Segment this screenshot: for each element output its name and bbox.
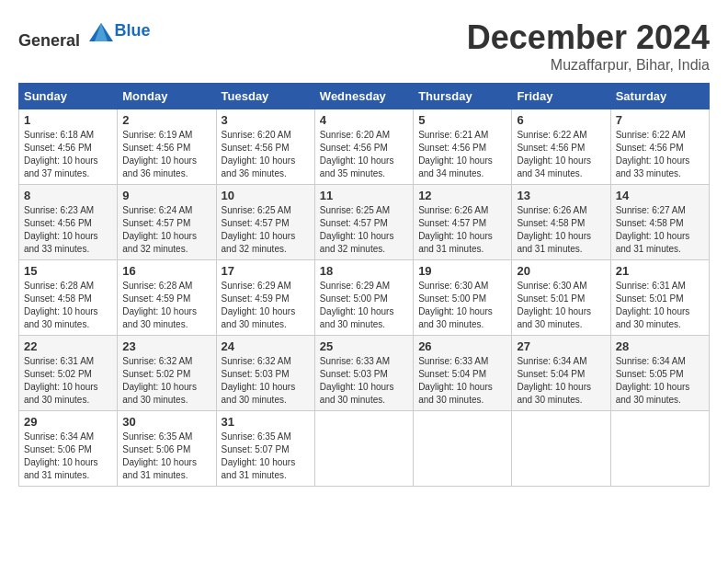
day-detail: Sunrise: 6:30 AMSunset: 5:01 PMDaylight:… (517, 281, 591, 329)
col-monday: Monday (118, 84, 216, 109)
col-thursday: Thursday (414, 84, 512, 109)
calendar-cell: 2 Sunrise: 6:19 AMSunset: 4:56 PMDayligh… (118, 109, 216, 185)
day-detail: Sunrise: 6:27 AMSunset: 4:58 PMDaylight:… (616, 205, 690, 254)
col-saturday: Saturday (610, 84, 709, 109)
calendar-cell: 14 Sunrise: 6:27 AMSunset: 4:58 PMDaylig… (610, 185, 709, 260)
calendar-week-row: 22 Sunrise: 6:31 AMSunset: 5:02 PMDaylig… (19, 336, 710, 411)
calendar-cell: 10 Sunrise: 6:25 AMSunset: 4:57 PMDaylig… (216, 185, 314, 260)
day-detail: Sunrise: 6:31 AMSunset: 5:01 PMDaylight:… (616, 281, 690, 329)
day-number: 24 (222, 339, 310, 353)
calendar-cell (610, 411, 709, 487)
day-number: 31 (222, 415, 310, 429)
day-number: 22 (24, 339, 112, 353)
day-number: 15 (24, 264, 112, 278)
day-detail: Sunrise: 6:25 AMSunset: 4:57 PMDaylight:… (320, 205, 394, 254)
day-number: 28 (616, 339, 704, 353)
logo-text-blue: Blue (115, 21, 151, 40)
calendar-cell: 13 Sunrise: 6:26 AMSunset: 4:58 PMDaylig… (512, 185, 610, 260)
calendar-cell: 25 Sunrise: 6:33 AMSunset: 5:03 PMDaylig… (314, 336, 413, 411)
logo-text-general: General (18, 31, 80, 50)
calendar-cell: 23 Sunrise: 6:32 AMSunset: 5:02 PMDaylig… (118, 336, 216, 411)
calendar-cell: 30 Sunrise: 6:35 AMSunset: 5:06 PMDaylig… (118, 411, 216, 487)
day-detail: Sunrise: 6:21 AMSunset: 4:56 PMDaylight:… (418, 130, 493, 178)
calendar-cell: 9 Sunrise: 6:24 AMSunset: 4:57 PMDayligh… (118, 185, 216, 260)
day-detail: Sunrise: 6:19 AMSunset: 4:56 PMDaylight:… (122, 130, 197, 178)
day-number: 26 (418, 339, 506, 353)
day-number: 29 (24, 415, 112, 429)
day-detail: Sunrise: 6:34 AMSunset: 5:05 PMDaylight:… (616, 356, 690, 405)
day-number: 16 (122, 264, 210, 278)
calendar-cell: 16 Sunrise: 6:28 AMSunset: 4:59 PMDaylig… (118, 260, 216, 336)
calendar-header-row: Sunday Monday Tuesday Wednesday Thursday… (19, 84, 710, 109)
calendar-cell: 22 Sunrise: 6:31 AMSunset: 5:02 PMDaylig… (19, 336, 118, 411)
calendar-cell: 19 Sunrise: 6:30 AMSunset: 5:00 PMDaylig… (414, 260, 512, 336)
day-detail: Sunrise: 6:32 AMSunset: 5:02 PMDaylight:… (122, 356, 197, 405)
day-number: 30 (122, 415, 210, 429)
day-detail: Sunrise: 6:35 AMSunset: 5:07 PMDaylight:… (222, 431, 296, 480)
day-detail: Sunrise: 6:33 AMSunset: 5:04 PMDaylight:… (418, 356, 493, 405)
calendar-week-row: 8 Sunrise: 6:23 AMSunset: 4:56 PMDayligh… (19, 185, 710, 260)
day-detail: Sunrise: 6:22 AMSunset: 4:56 PMDaylight:… (616, 130, 690, 178)
day-number: 23 (122, 339, 210, 353)
day-number: 9 (122, 189, 210, 202)
calendar-cell (314, 411, 413, 487)
day-detail: Sunrise: 6:33 AMSunset: 5:03 PMDaylight:… (320, 356, 394, 405)
day-number: 11 (320, 189, 408, 202)
calendar-cell: 8 Sunrise: 6:23 AMSunset: 4:56 PMDayligh… (19, 185, 118, 260)
location: Muzaffarpur, Bihar, India (467, 57, 710, 74)
page-header: General Blue December 2024 Muzaffarpur, … (18, 18, 710, 74)
calendar-cell (512, 411, 610, 487)
day-detail: Sunrise: 6:20 AMSunset: 4:56 PMDaylight:… (320, 130, 394, 178)
month-title: December 2024 (467, 18, 710, 57)
day-number: 3 (222, 113, 310, 127)
day-detail: Sunrise: 6:24 AMSunset: 4:57 PMDaylight:… (122, 205, 197, 254)
day-number: 4 (320, 113, 408, 127)
day-detail: Sunrise: 6:34 AMSunset: 5:04 PMDaylight:… (517, 356, 591, 405)
calendar-cell: 29 Sunrise: 6:34 AMSunset: 5:06 PMDaylig… (19, 411, 118, 487)
day-number: 2 (122, 113, 210, 127)
calendar-cell: 18 Sunrise: 6:29 AMSunset: 5:00 PMDaylig… (314, 260, 413, 336)
day-detail: Sunrise: 6:28 AMSunset: 4:59 PMDaylight:… (122, 281, 197, 329)
day-detail: Sunrise: 6:35 AMSunset: 5:06 PMDaylight:… (122, 431, 197, 480)
day-detail: Sunrise: 6:34 AMSunset: 5:06 PMDaylight:… (24, 431, 98, 480)
calendar-cell: 17 Sunrise: 6:29 AMSunset: 4:59 PMDaylig… (216, 260, 314, 336)
day-number: 25 (320, 339, 408, 353)
day-detail: Sunrise: 6:29 AMSunset: 4:59 PMDaylight:… (222, 281, 296, 329)
day-number: 13 (517, 189, 605, 202)
day-number: 19 (418, 264, 506, 278)
day-number: 5 (418, 113, 506, 127)
day-detail: Sunrise: 6:29 AMSunset: 5:00 PMDaylight:… (320, 281, 394, 329)
col-tuesday: Tuesday (216, 84, 314, 109)
calendar-cell: 1 Sunrise: 6:18 AMSunset: 4:56 PMDayligh… (19, 109, 118, 185)
day-detail: Sunrise: 6:28 AMSunset: 4:58 PMDaylight:… (24, 281, 98, 329)
calendar-cell: 7 Sunrise: 6:22 AMSunset: 4:56 PMDayligh… (610, 109, 709, 185)
calendar-week-row: 15 Sunrise: 6:28 AMSunset: 4:58 PMDaylig… (19, 260, 710, 336)
day-detail: Sunrise: 6:20 AMSunset: 4:56 PMDaylight:… (222, 130, 296, 178)
day-number: 7 (616, 113, 704, 127)
calendar-cell: 31 Sunrise: 6:35 AMSunset: 5:07 PMDaylig… (216, 411, 314, 487)
day-number: 8 (24, 189, 112, 202)
day-detail: Sunrise: 6:31 AMSunset: 5:02 PMDaylight:… (24, 356, 98, 405)
calendar-cell (414, 411, 512, 487)
calendar-cell: 6 Sunrise: 6:22 AMSunset: 4:56 PMDayligh… (512, 109, 610, 185)
day-detail: Sunrise: 6:26 AMSunset: 4:57 PMDaylight:… (418, 205, 493, 254)
calendar-cell: 27 Sunrise: 6:34 AMSunset: 5:04 PMDaylig… (512, 336, 610, 411)
day-number: 1 (24, 113, 112, 127)
day-number: 21 (616, 264, 704, 278)
calendar-cell: 26 Sunrise: 6:33 AMSunset: 5:04 PMDaylig… (414, 336, 512, 411)
day-detail: Sunrise: 6:30 AMSunset: 5:00 PMDaylight:… (418, 281, 493, 329)
day-detail: Sunrise: 6:23 AMSunset: 4:56 PMDaylight:… (24, 205, 98, 254)
col-sunday: Sunday (19, 84, 118, 109)
calendar-cell: 3 Sunrise: 6:20 AMSunset: 4:56 PMDayligh… (216, 109, 314, 185)
calendar-week-row: 29 Sunrise: 6:34 AMSunset: 5:06 PMDaylig… (19, 411, 710, 487)
calendar-cell: 15 Sunrise: 6:28 AMSunset: 4:58 PMDaylig… (19, 260, 118, 336)
day-number: 17 (222, 264, 310, 278)
col-wednesday: Wednesday (314, 84, 413, 109)
day-number: 20 (517, 264, 605, 278)
calendar-cell: 21 Sunrise: 6:31 AMSunset: 5:01 PMDaylig… (610, 260, 709, 336)
calendar-cell: 11 Sunrise: 6:25 AMSunset: 4:57 PMDaylig… (314, 185, 413, 260)
day-number: 27 (517, 339, 605, 353)
day-detail: Sunrise: 6:25 AMSunset: 4:57 PMDaylight:… (222, 205, 296, 254)
day-number: 6 (517, 113, 605, 127)
day-detail: Sunrise: 6:26 AMSunset: 4:58 PMDaylight:… (517, 205, 591, 254)
